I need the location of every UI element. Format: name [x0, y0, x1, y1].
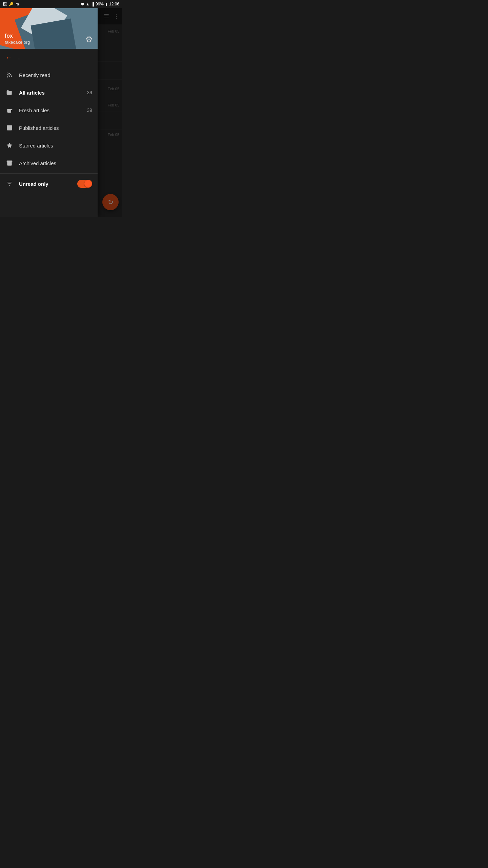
recently-read-label: Recently read [19, 72, 92, 78]
status-bar-left-icons: 🖼 🔑 🛍 [3, 2, 19, 6]
bag-icon: 🛍 [16, 2, 19, 6]
wifi-icon: ▲ [86, 2, 89, 6]
drawer-back-item[interactable]: ← .. [0, 49, 98, 66]
signal-icon: ▐ [91, 2, 94, 6]
drawer-username: fox [5, 33, 93, 39]
status-bar: 🖼 🔑 🛍 ✱ ▲ ▐ 96% ▮ 12:06 [0, 0, 122, 8]
rss-svg [6, 72, 13, 78]
toggle-knob [84, 180, 92, 188]
filter-svg [6, 180, 13, 187]
drawer-header-content: fox fakecake.org [0, 29, 98, 49]
filter-icon [5, 180, 14, 188]
archive-svg [6, 160, 13, 166]
starred-articles-label: Starred articles [19, 143, 92, 149]
navigation-drawer: fox fakecake.org ⚙ ← .. [0, 8, 98, 217]
published-articles-label: Published articles [19, 125, 92, 131]
drawer-menu: ← .. Recently read [0, 49, 98, 217]
archived-articles-label: Archived articles [19, 160, 92, 166]
rss-icon [5, 71, 14, 79]
check-svg [6, 124, 13, 131]
archive-icon [5, 159, 14, 167]
battery-percent: 96% [96, 2, 104, 6]
settings-gear-button[interactable]: ⚙ [85, 35, 93, 44]
status-bar-right-icons: ✱ ▲ ▐ 96% ▮ 12:06 [81, 2, 119, 6]
star-svg [6, 142, 13, 149]
unread-only-toggle[interactable] [77, 180, 92, 188]
cup-icon [5, 106, 14, 114]
cup-svg [6, 107, 13, 114]
menu-item-published-articles[interactable]: Published articles [0, 119, 98, 137]
back-arrow-icon: ← [5, 54, 12, 61]
fresh-articles-count: 39 [87, 107, 92, 113]
svg-marker-5 [7, 143, 13, 148]
svg-rect-6 [7, 161, 13, 162]
check-icon [5, 124, 14, 132]
key-icon: 🔑 [9, 2, 14, 6]
image-icon: 🖼 [3, 2, 7, 6]
menu-item-all-articles[interactable]: All articles 39 [0, 84, 98, 101]
drawer-header: fox fakecake.org ⚙ [0, 8, 98, 49]
time-display: 12:06 [109, 2, 119, 6]
unread-only-label: Unread only [19, 181, 72, 187]
fresh-articles-label: Fresh articles [19, 107, 81, 113]
all-articles-label: All articles [19, 90, 81, 96]
all-articles-count: 39 [87, 90, 92, 95]
app-container: ☰ ⋮ achine Feb 05 er witherverst / ◉ ⋮ n… [0, 8, 122, 217]
svg-point-0 [7, 76, 8, 77]
menu-item-fresh-articles[interactable]: Fresh articles 39 [0, 101, 98, 119]
menu-item-starred-articles[interactable]: Starred articles [0, 137, 98, 154]
menu-item-archived-articles[interactable]: Archived articles [0, 154, 98, 172]
folder-svg [6, 89, 13, 96]
folder-icon [5, 88, 14, 97]
back-dots-label: .. [18, 55, 20, 60]
bluetooth-icon: ✱ [81, 2, 84, 6]
menu-divider [0, 173, 98, 174]
unread-only-item[interactable]: Unread only [0, 175, 98, 193]
battery-icon: ▮ [105, 2, 107, 6]
drawer-email: fakecake.org [5, 40, 93, 45]
star-icon [5, 141, 14, 150]
menu-item-recently-read[interactable]: Recently read [0, 66, 98, 84]
